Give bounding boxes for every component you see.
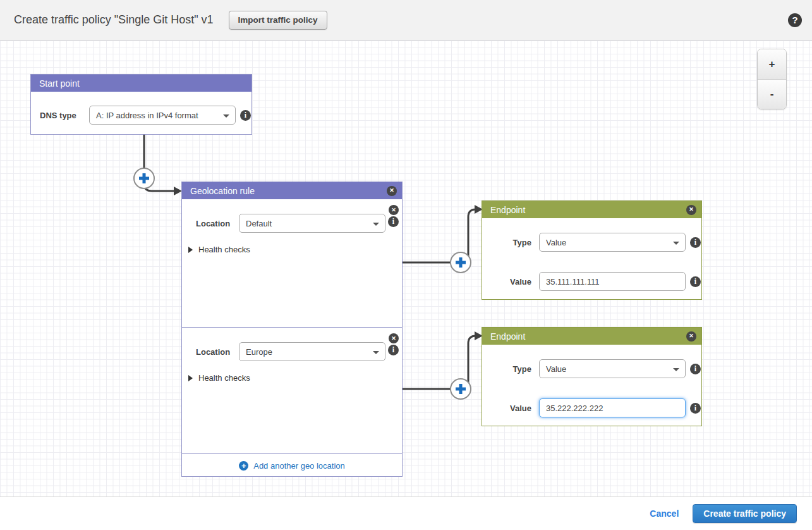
endpoint-type-selected-value: Value [546,238,566,247]
endpoint-value-label: Value [482,404,531,413]
endpoint-close-icon[interactable]: ✕ [686,205,696,215]
endpoint-type-select[interactable]: Value [539,233,686,252]
endpoint-value-info-icon[interactable]: i [690,403,701,414]
zoom-in-button[interactable]: + [758,49,786,79]
start-point-header: Start point [31,75,251,92]
endpoint-type-info-icon[interactable]: i [690,237,701,248]
health-checks-label: Health checks [198,373,250,383]
import-traffic-policy-button[interactable]: Import traffic policy [229,11,327,30]
triangle-right-icon [188,375,193,381]
chevron-down-icon [373,223,379,226]
create-traffic-policy-button[interactable]: Create traffic policy [693,504,797,523]
top-bar: Create traffic policy "Single Git Host" … [0,0,812,40]
health-checks-expander[interactable]: Health checks [188,373,250,383]
endpoint-node-2: Endpoint ✕ Type Value i Value i [482,327,702,426]
health-checks-label: Health checks [198,245,250,254]
endpoint-title: Endpoint [490,205,525,215]
chevron-down-icon [373,351,379,354]
dns-type-info-icon[interactable]: i [240,110,251,121]
canvas-zoom-controls: + - [757,49,787,109]
help-icon[interactable]: ? [788,13,802,27]
endpoint-value-label: Value [482,277,531,287]
endpoint-header: Endpoint ✕ [482,201,701,218]
triangle-right-icon [188,247,193,253]
endpoint-close-icon[interactable]: ✕ [686,331,696,342]
endpoint-type-info-icon[interactable]: i [690,364,701,374]
endpoint-type-label: Type [482,364,531,374]
add-geo-location-button[interactable]: + Add another geo location [182,453,402,477]
dns-type-label: DNS type [40,111,84,120]
add-branch-node-start[interactable] [134,168,154,188]
policy-canvas: + - Start point DNS type A: IP address i… [0,40,812,496]
start-point-title: Start point [39,78,80,89]
cancel-button[interactable]: Cancel [650,508,679,519]
geolocation-rule-node: Geolocation rule ✕ ✕ i Location Default … [181,182,403,477]
endpoint-value-input-focused[interactable] [539,398,686,417]
chevron-down-icon [673,242,679,245]
geo-row-info-icon[interactable]: i [388,345,399,355]
chevron-down-icon [673,368,679,371]
dns-type-selected-value: A: IP address in IPv4 format [96,111,198,120]
geolocation-rule-title: Geolocation rule [190,186,255,196]
endpoint-title: Endpoint [490,331,525,342]
geo-location-row-default: ✕ i Location Default Health checks [182,199,402,327]
location-selected-value: Default [246,219,272,228]
geolocation-rule-close-icon[interactable]: ✕ [387,186,397,196]
zoom-out-button[interactable]: - [758,79,786,109]
footer-bar: Cancel Create traffic policy [0,496,812,530]
add-geo-location-label: Add another geo location [253,461,345,471]
start-point-node: Start point DNS type A: IP address in IP… [30,74,252,135]
page-title: Create traffic policy "Single Git Host" … [14,13,214,27]
geo-row-close-icon[interactable]: ✕ [389,205,399,215]
location-label: Location [196,347,234,357]
geolocation-rule-header: Geolocation rule ✕ [182,182,402,199]
geo-row-info-icon[interactable]: i [388,216,399,227]
add-branch-node-section2[interactable] [451,379,471,399]
location-selected-value: Europe [246,347,272,357]
geo-row-close-icon[interactable]: ✕ [389,333,399,343]
dns-type-select[interactable]: A: IP address in IPv4 format [89,106,236,125]
endpoint-type-label: Type [482,238,531,247]
location-select-default[interactable]: Default [239,214,385,233]
location-label: Location [196,219,234,228]
health-checks-expander[interactable]: Health checks [188,245,250,254]
geo-location-row-europe: ✕ i Location Europe Health checks [182,327,402,453]
endpoint-node-1: Endpoint ✕ Type Value i Value i [482,200,702,300]
add-branch-node-section1[interactable] [451,252,471,273]
endpoint-header: Endpoint ✕ [482,328,701,345]
plus-circle-icon: + [239,461,248,471]
endpoint-type-selected-value: Value [546,364,566,374]
endpoint-value-info-icon[interactable]: i [690,276,701,287]
location-select-europe[interactable]: Europe [239,342,385,361]
endpoint-type-select[interactable]: Value [539,359,686,378]
chevron-down-icon [223,114,229,118]
endpoint-value-input[interactable] [539,272,686,291]
